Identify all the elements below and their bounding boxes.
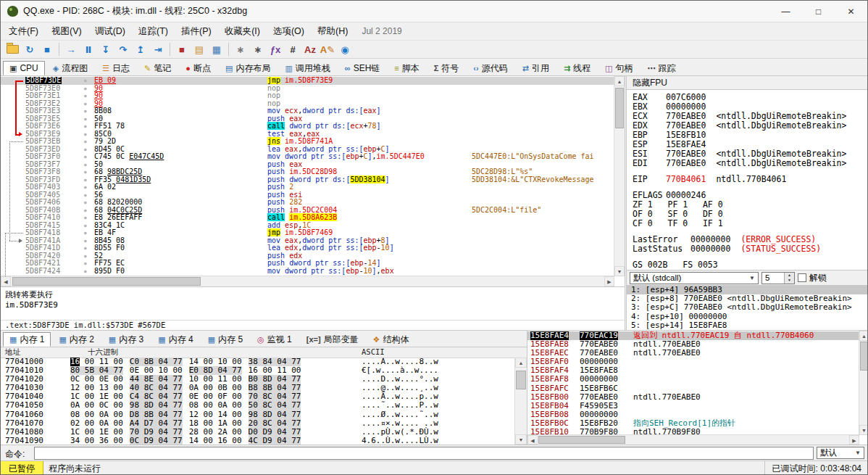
breakpoint-dot[interactable]: ● [84, 252, 87, 260]
menu-item[interactable]: 视图(V) [45, 23, 88, 40]
step-into-icon[interactable]: ↧ [97, 41, 114, 57]
scroll-right-arrow[interactable]: ▶ [849, 435, 859, 445]
stop-debugger-icon[interactable]: ■ [38, 41, 56, 57]
breakpoint-dot[interactable]: ● [84, 153, 87, 161]
menu-item[interactable]: 帮助(H) [311, 23, 354, 40]
bottom-tab-内存 3[interactable]: ▦内存 3 [102, 332, 150, 347]
dump-row[interactable]: 7704107002 00 0A 00A4 D7 04 7718 00 1A 0… [1, 419, 515, 428]
maximize-button[interactable]: □ [802, 1, 835, 22]
calculator-fx-icon[interactable]: ƒx [267, 41, 284, 57]
dump-row[interactable]: 7704109034 00 36 000C D9 04 7714 00 16 0… [1, 437, 515, 445]
command-input[interactable] [34, 447, 814, 460]
register-row[interactable]: EDI770EABE0<ntdll.DbgUiRemoteBreakin> [627, 159, 868, 168]
tab-笔记[interactable]: ✎笔记 [138, 61, 178, 75]
bottom-tab-内存 4[interactable]: ▦内存 4 [151, 332, 199, 347]
disasm-row[interactable]: 5D8F7405●56push esi [1, 191, 614, 199]
disasm-vscrollbar[interactable]: ▲ ▼ [614, 76, 625, 276]
scroll-right-arrow[interactable]: ▶ [604, 276, 614, 286]
disasm-row[interactable]: 5D8F73DE●EB 09jmp im.5D8F73E9 [1, 77, 614, 85]
register-row[interactable]: LastStatus00000000(STATUS_SUCCESS) [627, 244, 868, 254]
disasm-row[interactable]: 5D8F73E3●8B08mov ecx,dword ptr ds:[eax] [1, 107, 614, 115]
tab-跟踪[interactable]: ⋯跟踪 [641, 61, 683, 75]
stack-row[interactable]: 15E8FAFC15E8FB6C [527, 384, 859, 393]
tab-SEH链[interactable]: ∞SEH链 [338, 61, 387, 75]
breakpoint-dot[interactable]: ● [84, 222, 87, 230]
disasm-row[interactable]: 5D8F7403●6A 02push 2 [1, 183, 614, 191]
disasm-row[interactable]: 5D8F741D●8D55 F0lea edx,dword ptr ss:[eb… [1, 244, 614, 252]
breakpoint-dot[interactable]: ● [84, 123, 87, 131]
stack-row[interactable]: 15E8FB0800000000 [527, 410, 859, 419]
breakpoint-dot[interactable]: ● [84, 244, 87, 252]
stack-row[interactable]: 15E8FAE4770EAC19返回到 ntdll.770EAC19 自 ntd… [527, 331, 859, 340]
breakpoint-dot[interactable]: ● [84, 161, 87, 169]
menu-item[interactable]: 文件(F) [2, 23, 45, 40]
stack-row[interactable]: 15E8FAF000000000 [527, 358, 859, 366]
argument-row[interactable]: 2: [esp+8] 770EABE0 <ntdll.DbgUiRemoteBr… [627, 294, 868, 303]
disasm-row[interactable]: 5D8F73FD●FF35 0481D35Dpush dword ptr ds:… [1, 176, 614, 184]
breakpoint-dot[interactable]: ● [84, 183, 87, 191]
tab-调用堆栈[interactable]: ▥调用堆栈 [278, 61, 336, 75]
restart-icon[interactable]: ↻ [21, 41, 38, 57]
stack-row[interactable]: 15E8FAEC770EABE0ntdll.770EABE0 [527, 349, 859, 358]
scroll-up-arrow[interactable]: ▲ [515, 358, 527, 368]
stack-row[interactable]: 15E8FAF800000000 [527, 375, 859, 384]
menu-item[interactable]: 选项(O) [267, 23, 311, 40]
tab-CPU[interactable]: ▣CPU [3, 61, 45, 75]
flags-row[interactable]: CF 0 TF 0 IF 1 [627, 219, 868, 228]
breakpoint-dot[interactable]: ● [84, 207, 87, 215]
stack-row[interactable]: 15E8FB00770EABE0ntdll.770EABE0 [527, 393, 859, 402]
dump-row[interactable]: 7704106008 00 0A 00D8 8B 04 7712 00 14 0… [1, 410, 515, 419]
tab-内存布局[interactable]: ▤内存布局 [219, 61, 277, 75]
breakpoint-dot[interactable]: ● [84, 115, 87, 123]
disasm-row[interactable]: 5D8F73E1●90nop [1, 92, 614, 100]
argument-row[interactable]: 4: [esp+10] 00000000 [627, 313, 868, 321]
register-row[interactable]: EBP15E8FB10 [627, 131, 868, 140]
scroll-thumb[interactable] [860, 342, 868, 371]
scroll-thumb[interactable] [538, 436, 625, 444]
stack-row[interactable]: 15E8FB04F45905E3 [527, 402, 859, 410]
scroll-down-arrow[interactable]: ▼ [859, 425, 868, 435]
run-to-user-code-icon[interactable]: ⇥ [149, 41, 167, 57]
tab-句柄[interactable]: ◫句柄 [598, 61, 639, 75]
breakpoint-dot[interactable]: ● [84, 77, 87, 85]
calling-convention-combo[interactable]: 默认 (stdcall) ▼ [630, 272, 759, 284]
log-icon[interactable]: ▤ [191, 41, 208, 57]
disasm-row[interactable]: 5D8F73F0●C745 0C E047C45Dmov dword ptr s… [1, 153, 614, 161]
breakpoint-dot[interactable]: ● [84, 260, 87, 268]
spinner-up-icon[interactable]: ▲ [785, 273, 794, 278]
bottom-tab-内存 1[interactable]: ▦内存 1 [3, 332, 51, 347]
scroll-thumb[interactable] [12, 277, 201, 286]
unlock-checkbox[interactable] [798, 273, 806, 282]
tab-线程[interactable]: ⇉线程 [557, 61, 597, 75]
register-row[interactable]: EDX770EABE0<ntdll.DbgUiRemoteBreakin> [627, 121, 868, 131]
stack-vscrollbar[interactable]: ▲ ▼ [859, 331, 868, 435]
dump-row[interactable]: 770410500A 00 0C 0098 8D 04 7708 00 0A 0… [1, 401, 515, 410]
scroll-down-arrow[interactable]: ▼ [614, 266, 625, 276]
hide-fpu-button[interactable]: 隐藏FPU [627, 76, 868, 90]
menu-item[interactable]: 插件(P) [175, 23, 218, 40]
breakpoint-dot[interactable]: ● [84, 85, 87, 93]
scroll-thumb[interactable] [516, 371, 526, 389]
scroll-left-arrow[interactable]: ◀ [527, 435, 538, 445]
stack-row[interactable]: 15E8FAE8770EABE0ntdll.770EABE0 [527, 340, 859, 349]
breakpoint-dot[interactable]: ● [84, 146, 87, 154]
bottom-tab-内存 5[interactable]: ▦内存 5 [201, 332, 249, 347]
breakpoint-dot[interactable]: ● [84, 100, 87, 108]
scroll-up-arrow[interactable]: ▲ [859, 331, 868, 341]
memory-map-icon[interactable]: ▦ [208, 41, 225, 57]
command-mode-combo[interactable]: 默认 ▼ [817, 447, 864, 459]
breakpoint-dot[interactable]: ● [84, 199, 87, 207]
dump-vscrollbar[interactable]: ▲ ▼ [514, 358, 527, 445]
breakpoints-icon[interactable]: ■ [173, 41, 191, 57]
scroll-thumb[interactable] [615, 88, 624, 128]
breakpoint-dot[interactable]: ● [84, 176, 87, 184]
close-button[interactable]: ✕ [835, 1, 867, 22]
register-row[interactable]: EIP770B4061ntdll.770B4061 [627, 175, 868, 184]
argument-row[interactable]: 5: [esp+14] 15E8FAE8 [627, 321, 868, 330]
execute-till-return-icon[interactable]: ↥ [132, 41, 149, 57]
scroll-up-arrow[interactable]: ▲ [614, 76, 625, 86]
tab-引用[interactable]: ⇄引用 [516, 61, 556, 75]
breakpoint-dot[interactable]: ● [84, 131, 87, 139]
disasm-row[interactable]: 5D8F73E0●90nop [1, 85, 614, 93]
breakpoint-dot[interactable]: ● [84, 214, 87, 222]
